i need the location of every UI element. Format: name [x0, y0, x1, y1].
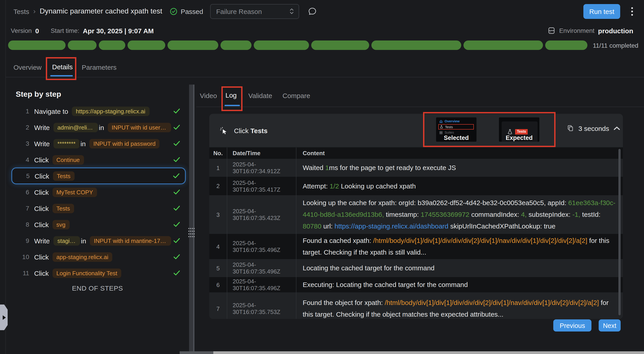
expected-element-thumbnail[interactable]: Tests Expected	[499, 117, 539, 142]
step-row[interactable]: 2Writeadmin@relicx.aiinINPUT with id use…	[6, 119, 189, 135]
step-row[interactable]: 4ClickContinue	[6, 151, 189, 168]
sidebar-expand-button[interactable]	[0, 304, 8, 330]
environment-value: production	[598, 27, 633, 34]
step-row[interactable]: 8Clicksvg	[6, 216, 189, 233]
tab-overview[interactable]: Overview	[14, 63, 42, 71]
check-icon	[173, 173, 180, 179]
run-test-button[interactable]: Run test	[583, 4, 620, 19]
tab-parameters[interactable]: Parameters	[82, 63, 116, 71]
log-row-content: Found a cached xpath: /html/body/div[1]/…	[296, 232, 623, 261]
log-row[interactable]: 22025-04-30T16:07:35.417ZAttempt: 1/2 Lo…	[209, 177, 623, 195]
step-row[interactable]: 7ClickTests	[6, 200, 189, 216]
check-icon	[173, 189, 180, 195]
mini-nav-label: Suites	[444, 130, 454, 134]
step-action: Write	[34, 237, 50, 245]
horizontal-scrollbar-track[interactable]	[180, 351, 213, 354]
log-scrollbar[interactable]	[618, 149, 621, 315]
log-text-segment: Found a cached xpath:	[303, 237, 373, 244]
column-header-no: No.	[209, 147, 227, 159]
next-button[interactable]: Next	[599, 319, 621, 331]
home-icon	[439, 119, 443, 123]
step-row[interactable]: 10Clickapp-staging.relicx.ai	[6, 249, 189, 265]
log-row-timestamp: 2025-04-30T16:07:35.753Z	[227, 292, 296, 319]
check-icon	[173, 238, 180, 243]
tab-details[interactable]: Details	[52, 63, 73, 71]
check-icon	[173, 108, 180, 114]
step-row[interactable]: 6ClickMyTest COPY	[6, 184, 189, 200]
horizontal-scrollbar-thumb[interactable]	[213, 351, 644, 354]
step-row-selected[interactable]: 5ClickTests	[12, 168, 186, 184]
step-action: Click	[34, 269, 49, 277]
step-number: 7	[18, 205, 29, 212]
tab-validate[interactable]: Validate	[248, 92, 272, 99]
panel-resizer[interactable]	[189, 85, 194, 354]
tab-compare[interactable]: Compare	[282, 92, 310, 99]
log-row[interactable]: 12025-04-30T16:07:34.912ZWaited 1ms for …	[209, 159, 623, 177]
tab-video[interactable]: Video	[200, 92, 217, 99]
mini-nav-label: Overview	[444, 119, 460, 123]
log-command-header[interactable]: Click Tests	[209, 114, 623, 147]
log-row[interactable]: 72025-04-30T16:07:35.753ZFound the objec…	[209, 292, 623, 319]
progress-segment	[168, 41, 218, 50]
breadcrumb-tests[interactable]: Tests	[14, 8, 29, 15]
log-row-timestamp: 2025-04-30T16:07:35.496Z	[227, 234, 296, 259]
log-row[interactable]: 62025-04-30T16:07:35.496ZExecuting: Loca…	[209, 277, 623, 292]
log-row-content: Looking up the cache for xpath: orgId: b…	[296, 194, 623, 235]
step-row[interactable]: 1Navigate tohttps://app-staging.relicx.a…	[6, 103, 189, 119]
log-text-segment: 1745536369972	[420, 211, 471, 218]
step-target-chip: MyTest COPY	[52, 187, 97, 197]
selected-element-thumbnail[interactable]: OverviewTestsSuites Selected	[436, 117, 476, 142]
grid-icon	[439, 131, 443, 134]
failure-reason-placeholder: Failure Reason	[216, 8, 262, 15]
log-text-segment: /html/body/div[1]/div[1]/div/div/div[2]/…	[385, 299, 601, 306]
kebab-menu-icon[interactable]	[631, 7, 633, 16]
drag-handle-icon[interactable]	[188, 227, 194, 238]
tab-log[interactable]: Log	[226, 91, 237, 99]
check-circle-icon	[170, 8, 178, 15]
check-icon	[173, 157, 180, 162]
copy-icon[interactable]	[567, 125, 574, 132]
progress-segment	[254, 41, 309, 50]
log-row-number: 2	[209, 177, 227, 195]
step-row[interactable]: 11ClickLogin Functionality Test	[6, 265, 189, 281]
log-row[interactable]: 52025-04-30T16:07:35.496ZLocating the ca…	[209, 259, 623, 277]
top-bar: Tests › Dynamic parameter cached xpath t…	[6, 0, 644, 23]
step-row[interactable]: 9WritestaginginINPUT with id mantine-17z…	[6, 233, 189, 249]
step-row[interactable]: 3Write********inINPUT with id password	[6, 135, 189, 151]
log-row-content: Executing: Locating the cached target fo…	[296, 276, 623, 293]
step-number: 3	[18, 140, 29, 147]
chevron-up-icon[interactable]	[614, 126, 620, 130]
log-row[interactable]: 32025-04-30T16:07:35.423ZLooking up the …	[209, 195, 623, 234]
comment-button[interactable]	[308, 7, 317, 16]
log-row-timestamp: 2025-04-30T16:07:35.423Z	[227, 195, 296, 234]
step-number: 2	[18, 124, 29, 131]
end-of-steps-label: END OF STEPS	[6, 284, 189, 292]
log-card: Click Tests No. Date/Time Content 12025-…	[209, 114, 623, 319]
progress-segment	[8, 41, 66, 50]
duration-group: 3 seconds	[567, 121, 620, 135]
tab-details-active-underline	[50, 75, 73, 76]
tab-log-active-underline	[224, 105, 240, 106]
progress-segment	[220, 41, 252, 50]
log-text-segment: Looking up the cache for xpath: orgId: b…	[303, 199, 568, 207]
log-row[interactable]: 42025-04-30T16:07:35.496ZFound a cached …	[209, 234, 623, 259]
step-action: Click	[34, 172, 49, 180]
log-row-timestamp: 2025-04-30T16:07:35.496Z	[227, 259, 296, 277]
page-title: Dynamic parameter cached xpath test	[40, 7, 162, 15]
expected-thumbnail-label: Expected	[499, 134, 539, 141]
failure-reason-select[interactable]: Failure Reason	[210, 4, 299, 19]
flask-icon	[507, 128, 513, 135]
check-icon	[173, 125, 180, 130]
flask-icon	[440, 125, 443, 129]
step-number: 5	[19, 172, 30, 180]
log-row-content: Locating the cached target for the comma…	[296, 260, 623, 277]
previous-button[interactable]: Previous	[553, 319, 592, 331]
step-number: 6	[18, 189, 29, 196]
mini-nav-tests-highlighted: Tests	[438, 124, 474, 129]
progress-segment	[311, 41, 369, 50]
step-action: Click	[34, 205, 49, 212]
comment-bubble-icon	[308, 7, 317, 16]
check-icon	[173, 222, 180, 227]
log-row-number: 5	[209, 259, 227, 277]
steps-heading: Step by step	[16, 90, 189, 99]
